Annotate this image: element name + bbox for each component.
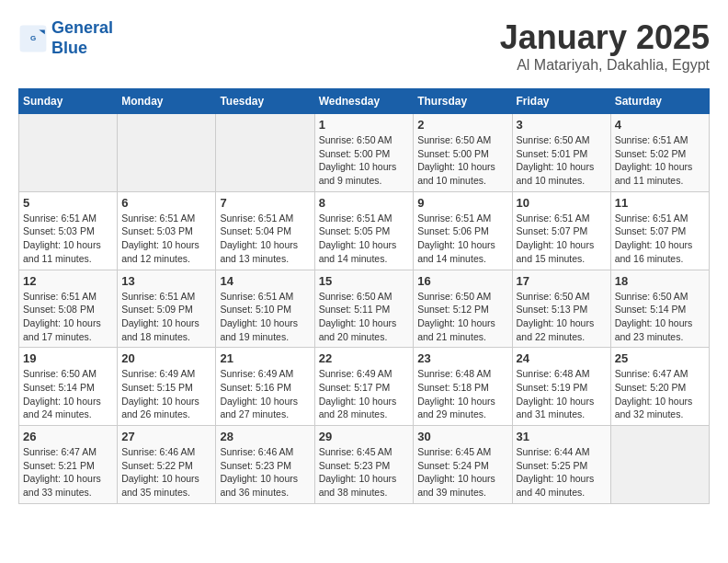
day-info: Sunrise: 6:46 AM Sunset: 5:23 PM Dayligh… [220,445,310,500]
logo-line1: General [51,18,113,37]
weekday-header-saturday: Saturday [610,89,709,114]
calendar-cell: 9Sunrise: 6:51 AM Sunset: 5:06 PM Daylig… [414,191,512,270]
day-number: 11 [615,196,705,210]
day-number: 23 [417,351,507,365]
weekday-header-wednesday: Wednesday [314,89,414,114]
day-info: Sunrise: 6:51 AM Sunset: 5:04 PM Dayligh… [220,212,310,266]
day-info: Sunrise: 6:48 AM Sunset: 5:18 PM Dayligh… [417,367,507,421]
calendar-title: January 2025 [500,18,710,57]
day-number: 14 [220,274,310,288]
calendar-cell: 10Sunrise: 6:51 AM Sunset: 5:07 PM Dayli… [512,191,610,270]
day-info: Sunrise: 6:50 AM Sunset: 5:12 PM Dayligh… [417,290,507,344]
weekday-header-row: SundayMondayTuesdayWednesdayThursdayFrid… [19,89,710,114]
day-info: Sunrise: 6:51 AM Sunset: 5:09 PM Dayligh… [121,290,211,344]
logo-line2: Blue [51,39,113,59]
day-number: 12 [23,274,113,288]
day-info: Sunrise: 6:50 AM Sunset: 5:11 PM Dayligh… [319,290,410,344]
calendar-cell: 7Sunrise: 6:51 AM Sunset: 5:04 PM Daylig… [216,191,314,270]
day-info: Sunrise: 6:49 AM Sunset: 5:15 PM Dayligh… [121,367,211,421]
page-header: G General Blue January 2025 Al Matariyah… [18,18,710,74]
day-info: Sunrise: 6:51 AM Sunset: 5:03 PM Dayligh… [23,212,113,266]
day-number: 30 [417,430,507,443]
week-row-5: 26Sunrise: 6:47 AM Sunset: 5:21 PM Dayli… [19,426,710,504]
day-info: Sunrise: 6:51 AM Sunset: 5:05 PM Dayligh… [319,212,410,266]
svg-text:G: G [30,33,36,41]
day-number: 16 [417,274,507,288]
day-number: 4 [615,118,705,132]
calendar-cell: 27Sunrise: 6:46 AM Sunset: 5:22 PM Dayli… [118,426,216,504]
title-block: January 2025 Al Matariyah, Dakahlia, Egy… [500,18,710,74]
calendar-cell: 22Sunrise: 6:49 AM Sunset: 5:17 PM Dayli… [314,348,414,426]
day-info: Sunrise: 6:51 AM Sunset: 5:03 PM Dayligh… [121,212,211,266]
day-number: 26 [23,430,113,443]
calendar-cell: 17Sunrise: 6:50 AM Sunset: 5:13 PM Dayli… [512,270,610,348]
calendar-cell [610,426,709,504]
day-info: Sunrise: 6:51 AM Sunset: 5:02 PM Dayligh… [615,133,705,188]
day-info: Sunrise: 6:49 AM Sunset: 5:17 PM Dayligh… [319,367,410,421]
calendar-cell: 20Sunrise: 6:49 AM Sunset: 5:15 PM Dayli… [118,348,216,426]
week-row-3: 12Sunrise: 6:51 AM Sunset: 5:08 PM Dayli… [19,270,710,348]
day-info: Sunrise: 6:51 AM Sunset: 5:10 PM Dayligh… [220,290,310,344]
calendar-cell: 23Sunrise: 6:48 AM Sunset: 5:18 PM Dayli… [414,348,512,426]
day-number: 10 [517,196,607,210]
calendar-cell: 8Sunrise: 6:51 AM Sunset: 5:05 PM Daylig… [314,191,414,270]
day-number: 29 [319,430,410,443]
day-number: 3 [517,118,607,132]
calendar-cell: 18Sunrise: 6:50 AM Sunset: 5:14 PM Dayli… [610,270,709,348]
day-info: Sunrise: 6:45 AM Sunset: 5:23 PM Dayligh… [319,445,410,500]
calendar-cell: 3Sunrise: 6:50 AM Sunset: 5:01 PM Daylig… [512,114,610,192]
day-number: 28 [220,430,310,443]
day-number: 20 [121,351,211,365]
calendar-cell: 26Sunrise: 6:47 AM Sunset: 5:21 PM Dayli… [19,426,118,504]
day-number: 22 [319,351,410,365]
day-info: Sunrise: 6:48 AM Sunset: 5:19 PM Dayligh… [517,367,607,421]
week-row-4: 19Sunrise: 6:50 AM Sunset: 5:14 PM Dayli… [19,348,710,426]
calendar-cell: 13Sunrise: 6:51 AM Sunset: 5:09 PM Dayli… [118,270,216,348]
calendar-cell: 29Sunrise: 6:45 AM Sunset: 5:23 PM Dayli… [314,426,414,504]
day-number: 2 [417,118,507,132]
day-number: 5 [23,196,113,210]
day-number: 19 [23,351,113,365]
calendar-subtitle: Al Matariyah, Dakahlia, Egypt [500,57,710,74]
calendar-cell: 6Sunrise: 6:51 AM Sunset: 5:03 PM Daylig… [118,191,216,270]
calendar-cell: 25Sunrise: 6:47 AM Sunset: 5:20 PM Dayli… [610,348,709,426]
calendar-cell: 2Sunrise: 6:50 AM Sunset: 5:00 PM Daylig… [414,114,512,192]
weekday-header-friday: Friday [512,89,610,114]
day-number: 13 [121,274,211,288]
day-info: Sunrise: 6:49 AM Sunset: 5:16 PM Dayligh… [220,367,310,421]
calendar-cell: 11Sunrise: 6:51 AM Sunset: 5:07 PM Dayli… [610,191,709,270]
day-info: Sunrise: 6:46 AM Sunset: 5:22 PM Dayligh… [121,445,211,500]
day-number: 31 [517,430,607,443]
day-info: Sunrise: 6:50 AM Sunset: 5:13 PM Dayligh… [517,290,607,344]
day-number: 25 [615,351,705,365]
weekday-header-sunday: Sunday [19,89,118,114]
day-number: 9 [417,196,507,210]
day-info: Sunrise: 6:51 AM Sunset: 5:08 PM Dayligh… [23,290,113,344]
day-number: 21 [220,351,310,365]
day-info: Sunrise: 6:51 AM Sunset: 5:07 PM Dayligh… [517,212,607,266]
logo: G General Blue [18,18,113,58]
calendar-cell [19,114,118,192]
calendar-cell: 15Sunrise: 6:50 AM Sunset: 5:11 PM Dayli… [314,270,414,348]
day-number: 18 [615,274,705,288]
day-number: 24 [517,351,607,365]
day-info: Sunrise: 6:47 AM Sunset: 5:20 PM Dayligh… [615,367,705,421]
day-number: 1 [319,118,410,132]
calendar-cell: 12Sunrise: 6:51 AM Sunset: 5:08 PM Dayli… [19,270,118,348]
calendar-cell: 28Sunrise: 6:46 AM Sunset: 5:23 PM Dayli… [216,426,314,504]
day-info: Sunrise: 6:47 AM Sunset: 5:21 PM Dayligh… [23,445,113,500]
week-row-1: 1Sunrise: 6:50 AM Sunset: 5:00 PM Daylig… [19,114,710,192]
day-info: Sunrise: 6:51 AM Sunset: 5:07 PM Dayligh… [615,212,705,266]
week-row-2: 5Sunrise: 6:51 AM Sunset: 5:03 PM Daylig… [19,191,710,270]
day-info: Sunrise: 6:50 AM Sunset: 5:14 PM Dayligh… [23,367,113,421]
day-info: Sunrise: 6:50 AM Sunset: 5:01 PM Dayligh… [517,133,607,188]
day-number: 7 [220,196,310,210]
day-info: Sunrise: 6:44 AM Sunset: 5:25 PM Dayligh… [517,445,607,500]
calendar-cell: 30Sunrise: 6:45 AM Sunset: 5:24 PM Dayli… [414,426,512,504]
logo-icon: G [18,24,48,53]
weekday-header-monday: Monday [118,89,216,114]
day-info: Sunrise: 6:50 AM Sunset: 5:00 PM Dayligh… [319,133,410,188]
calendar-cell [118,114,216,192]
calendar-cell: 1Sunrise: 6:50 AM Sunset: 5:00 PM Daylig… [314,114,414,192]
calendar-cell: 16Sunrise: 6:50 AM Sunset: 5:12 PM Dayli… [414,270,512,348]
